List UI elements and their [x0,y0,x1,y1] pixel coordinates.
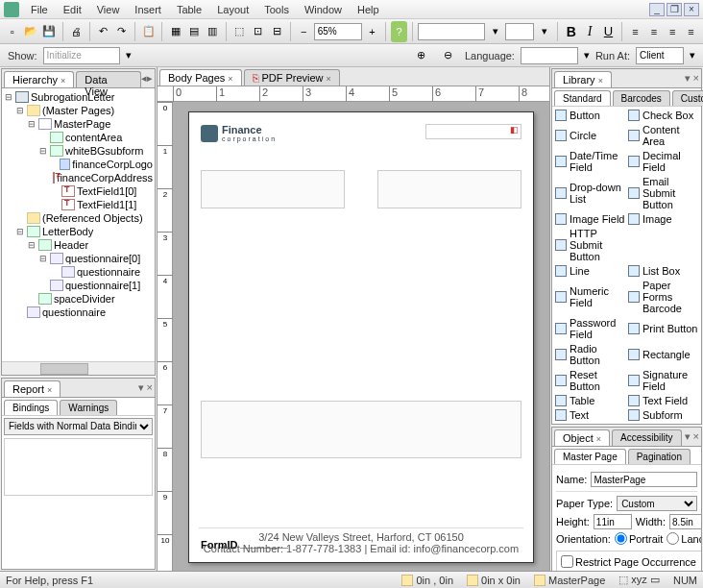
align-justify-button[interactable]: ≡ [683,21,699,42]
name-input[interactable] [591,472,697,487]
master-page[interactable]: Financecorporation ◧ FormID 3/24 New Val… [188,111,534,563]
align2-button[interactable]: ⊡ [250,21,266,42]
align1--button[interactable]: ⬚ [231,21,248,42]
hierarchy-hscroll[interactable] [2,361,155,375]
library-item[interactable]: Print Button [627,316,699,341]
tree-node[interactable]: spaceDivider [4,292,153,306]
library-item[interactable]: Table [554,394,626,407]
tree-node[interactable]: questionnaire [4,265,153,279]
tab-pdf-preview[interactable]: ⎘ PDF Preview× [244,69,340,86]
tree-node[interactable]: contentArea [4,131,153,144]
size-dropdown-icon[interactable]: ▾ [536,21,552,42]
library-item[interactable] [627,227,699,263]
tree-node[interactable]: TextField1[0] [4,184,153,198]
library-item[interactable]: Button [554,109,626,122]
tree-twisty-icon[interactable]: ⊟ [27,119,36,129]
menu-edit[interactable]: Edit [56,2,89,17]
panel-controls-icon[interactable]: ▾ × [685,72,699,85]
library-item[interactable]: HTTP Submit Button [554,227,626,263]
tree-node[interactable]: ⊟Header [4,238,153,252]
subtab-bindings[interactable]: Bindings [4,400,58,415]
library-item[interactable]: Email Submit Button [627,175,699,211]
menu-file[interactable]: File [23,2,56,17]
minimize-icon[interactable]: _ [649,3,665,16]
tree-node[interactable]: (Referenced Objects) [4,211,153,225]
libtab-custom[interactable]: Custom [672,90,703,106]
menu-help[interactable]: Help [350,2,387,17]
tree-node[interactable]: TextField1[1] [4,198,153,211]
library-item[interactable]: Text Field [627,394,699,407]
print-button[interactable]: 🖨 [68,21,85,42]
library-item[interactable]: Numeric Field [554,279,626,315]
library-item[interactable]: Reset Button [554,368,626,393]
tab-library[interactable]: Library× [554,71,612,87]
language-select[interactable] [521,47,578,64]
redo-button[interactable]: ↷ [113,21,130,42]
panel-restore-icon[interactable]: ▾ × [138,381,153,394]
menu-view[interactable]: View [89,2,128,17]
panel-menu-icon[interactable]: ◂▸ [141,72,153,85]
content-box[interactable] [201,401,521,458]
tab-report[interactable]: Report× [4,380,61,397]
content-box[interactable] [201,170,345,208]
new-button[interactable]: ▫ [4,21,20,42]
library-item[interactable]: Decimal Field [627,149,699,174]
report-list[interactable] [4,438,153,496]
panel-controls-icon[interactable]: ▾ × [685,430,699,443]
menu-table[interactable]: Table [169,2,209,17]
tree-twisty-icon[interactable]: ⊟ [4,92,13,102]
library-item[interactable]: Paper Forms Barcode [627,279,699,315]
landscape-radio[interactable]: Landscape [667,532,701,545]
subtab-warnings[interactable]: Warnings [60,400,117,415]
zoom-out-button[interactable]: − [295,21,311,42]
align-right-button[interactable]: ≡ [664,21,680,42]
tree-twisty-icon[interactable]: ⊟ [15,106,25,115]
close-tab-icon[interactable]: × [598,76,603,86]
tree-node[interactable]: questionnaire [4,306,153,319]
tree-twisty-icon[interactable]: ⊟ [27,240,36,250]
width-input[interactable] [669,514,701,529]
tree-node[interactable]: ⊟questionnaire[0] [4,252,153,265]
library-item[interactable]: Password Field [554,316,626,341]
lang-dropdown-icon[interactable]: ▾ [584,49,590,61]
content-box[interactable] [377,170,521,208]
close-tab-icon[interactable]: × [596,434,601,444]
tree-node[interactable]: financeCorpLogo [4,158,153,171]
hierarchy-tree[interactable]: ⊟SubrogationLetter⊟(Master Pages)⊟Master… [2,88,155,361]
close-icon[interactable]: × [684,3,699,16]
italic-button[interactable]: I [582,21,598,42]
library-item[interactable]: Check Box [627,109,699,122]
report-filter-select[interactable]: Fields with Normal Data Binding [4,418,153,435]
library-item[interactable]: Drop-down List [554,175,626,211]
tab-accessibility[interactable]: Accessibility [612,429,681,446]
grid1-button[interactable]: ▦ [167,21,183,42]
grid3-button[interactable]: ▥ [205,21,221,42]
runat-dropdown-icon[interactable]: ▾ [690,49,695,61]
font-dropdown-icon[interactable]: ▾ [487,21,503,42]
tree-node[interactable]: ⊟(Master Pages) [4,104,153,117]
menu-insert[interactable]: Insert [127,2,169,17]
objtab-masterpage[interactable]: Master Page [554,449,626,464]
tree-node[interactable]: ⊟SubrogationLetter [4,90,153,104]
tree-node[interactable]: financeCorpAddress [4,171,153,184]
objtab-pagination[interactable]: Pagination [628,449,691,464]
close-tab-icon[interactable]: × [228,74,232,84]
library-item[interactable]: List Box [627,264,699,278]
save-button[interactable]: 💾 [41,21,58,42]
grid2-button[interactable]: ▤ [185,21,202,42]
script-add-button[interactable]: ⊕ [411,45,432,66]
tree-node[interactable]: ⊟whiteBGsubform [4,144,153,158]
library-item[interactable]: Signature Field [627,368,699,393]
restore-icon[interactable]: ❐ [667,3,682,16]
portrait-radio[interactable]: Portrait [615,532,663,545]
align-center-button[interactable]: ≡ [645,21,662,42]
tab-body-pages[interactable]: Body Pages× [159,69,242,86]
tree-node[interactable]: ⊟LetterBody [4,225,153,238]
library-item[interactable]: Image [627,212,699,226]
library-item[interactable]: Line [554,264,626,278]
tree-twisty-icon[interactable]: ⊟ [38,254,48,263]
menu-layout[interactable]: Layout [209,2,256,17]
tab-hierarchy[interactable]: Hierarchy× [4,71,74,87]
design-canvas[interactable]: Financecorporation ◧ FormID 3/24 New Val… [173,102,549,571]
show-dropdown-icon[interactable]: ▾ [126,49,132,61]
